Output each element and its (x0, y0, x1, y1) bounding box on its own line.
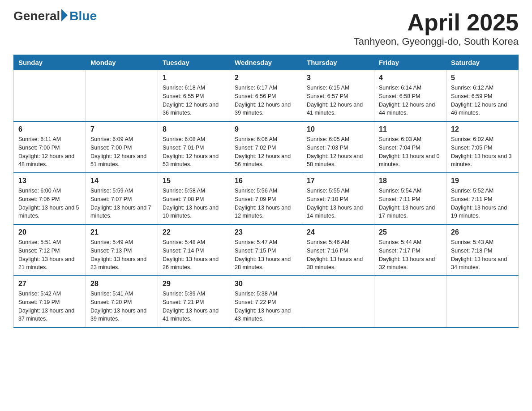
day-number: 27 (18, 280, 81, 288)
day-number: 12 (451, 125, 514, 133)
table-row: 22Sunrise: 5:48 AMSunset: 7:14 PMDayligh… (158, 224, 230, 276)
table-row: 4Sunrise: 6:14 AMSunset: 6:58 PMDaylight… (374, 70, 446, 122)
day-number: 28 (90, 280, 153, 288)
day-info: Sunrise: 5:49 AMSunset: 7:13 PMDaylight:… (90, 238, 153, 272)
table-row: 12Sunrise: 6:02 AMSunset: 7:05 PMDayligh… (446, 121, 519, 173)
day-info: Sunrise: 5:46 AMSunset: 7:16 PMDaylight:… (307, 238, 369, 272)
day-number: 2 (235, 74, 297, 82)
day-number: 18 (379, 177, 442, 185)
day-info: Sunrise: 5:44 AMSunset: 7:17 PMDaylight:… (379, 238, 442, 272)
table-row: 19Sunrise: 5:52 AMSunset: 7:11 PMDayligh… (446, 173, 519, 224)
table-row: 18Sunrise: 5:54 AMSunset: 7:11 PMDayligh… (374, 173, 446, 224)
logo-blue-text: Blue (69, 9, 97, 23)
day-number: 11 (379, 125, 442, 133)
day-info: Sunrise: 5:47 AMSunset: 7:15 PMDaylight:… (235, 238, 297, 272)
table-row: 15Sunrise: 5:58 AMSunset: 7:08 PMDayligh… (158, 173, 230, 224)
calendar-table: SundayMondayTuesdayWednesdayThursdayFrid… (13, 55, 519, 328)
day-info: Sunrise: 5:51 AMSunset: 7:12 PMDaylight:… (18, 238, 81, 272)
day-info: Sunrise: 6:03 AMSunset: 7:04 PMDaylight:… (379, 135, 442, 169)
table-row (374, 276, 446, 327)
page-header: General Blue April 2025 Tanhyeon, Gyeong… (13, 9, 519, 47)
day-info: Sunrise: 5:55 AMSunset: 7:10 PMDaylight:… (307, 187, 369, 220)
table-row: 23Sunrise: 5:47 AMSunset: 7:15 PMDayligh… (230, 224, 302, 276)
header-sunday: Sunday (14, 55, 86, 70)
calendar-header: SundayMondayTuesdayWednesdayThursdayFrid… (14, 55, 519, 70)
table-row: 7Sunrise: 6:09 AMSunset: 7:00 PMDaylight… (86, 121, 158, 173)
day-info: Sunrise: 5:39 AMSunset: 7:21 PMDaylight:… (163, 290, 225, 323)
day-info: Sunrise: 6:11 AMSunset: 7:00 PMDaylight:… (18, 135, 81, 169)
day-number: 24 (307, 228, 369, 236)
day-info: Sunrise: 6:02 AMSunset: 7:05 PMDaylight:… (451, 135, 514, 169)
day-number: 4 (379, 74, 442, 82)
day-number: 20 (18, 228, 81, 236)
day-info: Sunrise: 5:58 AMSunset: 7:08 PMDaylight:… (163, 187, 225, 220)
day-number: 19 (451, 177, 514, 185)
week-row-2: 6Sunrise: 6:11 AMSunset: 7:00 PMDaylight… (14, 121, 519, 173)
table-row (86, 70, 158, 122)
day-number: 10 (307, 125, 369, 133)
day-info: Sunrise: 5:52 AMSunset: 7:11 PMDaylight:… (451, 187, 514, 220)
day-number: 13 (18, 177, 81, 185)
table-row: 29Sunrise: 5:39 AMSunset: 7:21 PMDayligh… (158, 276, 230, 327)
table-row: 17Sunrise: 5:55 AMSunset: 7:10 PMDayligh… (302, 173, 374, 224)
day-number: 15 (163, 177, 225, 185)
day-number: 7 (90, 125, 153, 133)
day-info: Sunrise: 5:43 AMSunset: 7:18 PMDaylight:… (451, 238, 514, 272)
table-row: 24Sunrise: 5:46 AMSunset: 7:16 PMDayligh… (302, 224, 374, 276)
day-number: 25 (379, 228, 442, 236)
day-info: Sunrise: 5:56 AMSunset: 7:09 PMDaylight:… (235, 187, 297, 220)
day-info: Sunrise: 5:41 AMSunset: 7:20 PMDaylight:… (90, 290, 153, 323)
day-number: 16 (235, 177, 297, 185)
day-number: 22 (163, 228, 225, 236)
table-row: 28Sunrise: 5:41 AMSunset: 7:20 PMDayligh… (86, 276, 158, 327)
table-row: 27Sunrise: 5:42 AMSunset: 7:19 PMDayligh… (14, 276, 86, 327)
day-info: Sunrise: 5:38 AMSunset: 7:22 PMDaylight:… (235, 290, 297, 323)
table-row: 14Sunrise: 5:59 AMSunset: 7:07 PMDayligh… (86, 173, 158, 224)
header-wednesday: Wednesday (230, 55, 302, 70)
table-row: 30Sunrise: 5:38 AMSunset: 7:22 PMDayligh… (230, 276, 302, 327)
day-number: 8 (163, 125, 225, 133)
page-subtitle: Tanhyeon, Gyeonggi-do, South Korea (354, 36, 519, 47)
page-title: April 2025 (354, 9, 519, 36)
header-monday: Monday (86, 55, 158, 70)
table-row: 2Sunrise: 6:17 AMSunset: 6:56 PMDaylight… (230, 70, 302, 122)
table-row: 9Sunrise: 6:06 AMSunset: 7:02 PMDaylight… (230, 121, 302, 173)
week-row-3: 13Sunrise: 6:00 AMSunset: 7:06 PMDayligh… (14, 173, 519, 224)
table-row: 6Sunrise: 6:11 AMSunset: 7:00 PMDaylight… (14, 121, 86, 173)
day-number: 21 (90, 228, 153, 236)
day-number: 17 (307, 177, 369, 185)
day-number: 9 (235, 125, 297, 133)
table-row: 11Sunrise: 6:03 AMSunset: 7:04 PMDayligh… (374, 121, 446, 173)
day-info: Sunrise: 5:42 AMSunset: 7:19 PMDaylight:… (18, 290, 81, 323)
table-row: 26Sunrise: 5:43 AMSunset: 7:18 PMDayligh… (446, 224, 519, 276)
table-row: 8Sunrise: 6:08 AMSunset: 7:01 PMDaylight… (158, 121, 230, 173)
day-info: Sunrise: 6:09 AMSunset: 7:00 PMDaylight:… (90, 135, 153, 169)
header-thursday: Thursday (302, 55, 374, 70)
logo-general-text: General (13, 9, 60, 23)
day-number: 1 (163, 74, 225, 82)
table-row (446, 276, 519, 327)
day-info: Sunrise: 6:14 AMSunset: 6:58 PMDaylight:… (379, 84, 442, 117)
day-number: 5 (451, 74, 514, 82)
day-info: Sunrise: 6:06 AMSunset: 7:02 PMDaylight:… (235, 135, 297, 169)
logo-arrow-icon (61, 9, 68, 21)
day-number: 29 (163, 280, 225, 288)
day-number: 30 (235, 280, 297, 288)
header-tuesday: Tuesday (158, 55, 230, 70)
title-section: April 2025 Tanhyeon, Gyeonggi-do, South … (354, 9, 519, 47)
calendar-header-row: SundayMondayTuesdayWednesdayThursdayFrid… (14, 55, 519, 70)
day-number: 26 (451, 228, 514, 236)
table-row: 5Sunrise: 6:12 AMSunset: 6:59 PMDaylight… (446, 70, 519, 122)
day-number: 6 (18, 125, 81, 133)
logo: General Blue (13, 9, 97, 23)
day-info: Sunrise: 5:54 AMSunset: 7:11 PMDaylight:… (379, 187, 442, 220)
table-row: 1Sunrise: 6:18 AMSunset: 6:55 PMDaylight… (158, 70, 230, 122)
day-info: Sunrise: 6:17 AMSunset: 6:56 PMDaylight:… (235, 84, 297, 117)
table-row (302, 276, 374, 327)
day-number: 3 (307, 74, 369, 82)
table-row: 13Sunrise: 6:00 AMSunset: 7:06 PMDayligh… (14, 173, 86, 224)
day-info: Sunrise: 6:05 AMSunset: 7:03 PMDaylight:… (307, 135, 369, 169)
day-info: Sunrise: 5:59 AMSunset: 7:07 PMDaylight:… (90, 187, 153, 220)
week-row-4: 20Sunrise: 5:51 AMSunset: 7:12 PMDayligh… (14, 224, 519, 276)
week-row-1: 1Sunrise: 6:18 AMSunset: 6:55 PMDaylight… (14, 70, 519, 122)
